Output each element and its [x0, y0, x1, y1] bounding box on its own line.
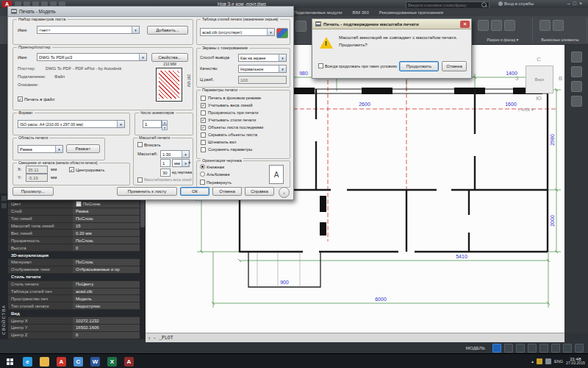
checkbox-box[interactable] — [201, 118, 206, 123]
language-indicator[interactable]: ENG — [554, 359, 563, 364]
detail-tool-icon[interactable] — [539, 20, 551, 31]
section-tool-icon[interactable] — [478, 20, 489, 31]
tray-notification-icon[interactable] — [537, 358, 542, 364]
checkbox-box[interactable] — [201, 147, 206, 152]
property-value[interactable]: 16502.1606 — [73, 325, 140, 331]
plot-dialog-titlebar[interactable]: Печать - Модель — [8, 7, 293, 17]
clock[interactable]: 21:48 27.03.2015 — [566, 357, 585, 367]
plot-what-combo[interactable]: Рамка — [18, 145, 63, 153]
always-proceed-checkbox[interactable]: Всегда продолжать при таких условиях — [318, 63, 397, 68]
checkbox-box[interactable] — [201, 103, 206, 108]
printer-properties-button[interactable]: Свойства... — [151, 53, 188, 62]
property-value[interactable]: acad.ctb — [73, 289, 140, 295]
pen-table-combo[interactable]: acad.ctb (отсутствует) — [200, 28, 275, 36]
property-row[interactable]: Центр Y 16502.1606 — [8, 325, 140, 332]
ortho-toggle-icon[interactable] — [516, 344, 525, 353]
palette-scrollbar[interactable] — [140, 194, 146, 339]
scale-unit-combo[interactable]: мм — [172, 159, 190, 167]
property-row[interactable]: Цвет ПоСлою — [8, 201, 140, 208]
scale-unit-field[interactable]: 1 — [160, 159, 171, 167]
polar-toggle-icon[interactable] — [528, 344, 537, 353]
plot-option-checkbox[interactable]: Печать в фоновом режиме — [197, 94, 290, 102]
nav-tool-icon[interactable] — [571, 52, 582, 63]
property-value[interactable]: 15 — [73, 223, 140, 230]
elevation-tool-icon[interactable] — [491, 20, 502, 31]
property-row[interactable]: Тип стилей печати Недоступно — [8, 302, 140, 310]
plot-option-checkbox[interactable]: Учитывать веса линий — [197, 102, 290, 109]
apply-to-layout-button[interactable]: Применить к листу — [117, 187, 177, 196]
property-value[interactable]: 0.20 мм — [73, 230, 140, 236]
property-row[interactable]: Пространство печ Модель — [8, 295, 140, 302]
edit-pen-table-icon[interactable] — [276, 28, 288, 38]
landscape-radio[interactable]: Альбомная — [200, 171, 229, 177]
continue-button[interactable]: Продолжить — [399, 61, 439, 71]
palette-autohide-icon[interactable] — [1, 203, 7, 208]
property-row[interactable]: Высота 0 — [8, 244, 140, 252]
less-options-icon[interactable]: ‹ — [279, 187, 290, 198]
taskbar-app-icon[interactable]: A — [121, 354, 137, 368]
plot-option-checkbox[interactable]: Прозрачность при печати — [197, 109, 290, 116]
property-row[interactable]: Слой Рамка — [8, 208, 140, 216]
taskbar-app-icon[interactable] — [36, 354, 53, 368]
taskbar-app-icon[interactable]: e — [19, 354, 36, 368]
lineweight-toggle-icon[interactable] — [551, 344, 560, 353]
property-row[interactable]: Стиль печати ПоЦвету — [8, 281, 140, 289]
plot-option-checkbox[interactable]: Скрывать объекты листа — [197, 131, 290, 138]
page-setup-combo[interactable]: <нет> — [37, 26, 140, 34]
search-input[interactable] — [406, 2, 481, 8]
portrait-radio[interactable]: Книжная — [200, 164, 224, 169]
taskbar-app-icon[interactable]: C — [70, 354, 87, 368]
property-value[interactable]: Отбрасываемые и пр — [73, 266, 140, 273]
tab-bim360[interactable]: BIM 360 — [352, 10, 368, 15]
window-pick-button[interactable]: Рамка< — [66, 144, 100, 153]
start-button[interactable] — [0, 354, 19, 368]
model-space-label[interactable]: МОДЕЛЬ — [466, 345, 485, 350]
signin[interactable]: Вход в службы — [498, 1, 534, 6]
zoom-tool-icon[interactable] — [571, 81, 582, 92]
panel-label[interactable]: Разрез и фасад ▾ — [473, 38, 532, 42]
plot-option-checkbox[interactable]: Объекты листа последними — [197, 124, 290, 131]
property-value[interactable]: Рамка — [73, 208, 140, 215]
offset-x-field[interactable]: 35.11 — [26, 166, 48, 174]
close-icon[interactable]: × — [460, 21, 470, 28]
tab-plugins[interactable]: Подключаемые модули — [294, 10, 342, 15]
osnap-toggle-icon[interactable] — [539, 344, 548, 353]
search-icon[interactable] — [481, 2, 487, 7]
property-value[interactable]: ПоСлою — [73, 201, 140, 208]
command-line[interactable]: › - _PLOT — [146, 333, 564, 343]
viewcube-east[interactable]: В — [559, 75, 562, 82]
help-button[interactable]: Справка — [245, 187, 274, 196]
checkbox-box[interactable] — [201, 132, 206, 138]
command-text[interactable]: - _PLOT — [153, 336, 173, 341]
property-row[interactable]: Центр X 10272.1232 — [8, 317, 140, 325]
property-value[interactable]: ПоСлою — [73, 259, 140, 266]
property-row[interactable]: Вид — [8, 310, 140, 317]
viewcube-north[interactable]: С — [513, 56, 564, 63]
viewcube-west[interactable]: З — [515, 75, 519, 82]
ribbon-tool-icon[interactable] — [295, 21, 306, 32]
callout-tool-icon[interactable] — [504, 20, 515, 31]
add-setup-button[interactable]: Добавить... — [147, 26, 188, 35]
orbit-tool-icon[interactable] — [571, 96, 582, 107]
plot-option-checkbox[interactable]: Учитывать стили печати — [197, 116, 290, 124]
panel-label[interactable]: Выносные элементы — [534, 38, 587, 42]
pan-tool-icon[interactable] — [571, 66, 582, 77]
property-row[interactable]: Прозрачность ПоСлою — [8, 237, 140, 244]
property-row[interactable]: Масштаб типа линий 15 — [8, 223, 140, 230]
shade-mode-combo[interactable]: Как на экране — [238, 54, 287, 62]
drawing-units-field[interactable]: 30 — [160, 169, 171, 177]
printer-combo[interactable]: DWG To PDF.pc3 — [37, 53, 147, 61]
plot-to-file-checkbox[interactable]: Печать в файл — [18, 96, 54, 102]
plot-upside-down-checkbox[interactable]: Перевернуть — [200, 180, 232, 185]
property-row[interactable]: Вес линий 0.20 мм — [8, 230, 140, 237]
taskbar-app-icon[interactable]: A — [53, 354, 70, 368]
cancel-button[interactable]: Отмена — [212, 187, 242, 196]
checkbox-box[interactable] — [201, 140, 206, 145]
property-value[interactable]: Модель — [73, 295, 140, 302]
checkbox-box[interactable] — [201, 96, 206, 101]
window-controls[interactable]: –□× — [567, 1, 585, 6]
tray-expand-icon[interactable]: ▴ — [531, 358, 534, 364]
property-row[interactable]: Тип линий ПоСлою — [8, 216, 140, 223]
property-value[interactable]: 0 — [73, 332, 140, 339]
property-row[interactable]: 3D-визуализация — [8, 252, 140, 259]
